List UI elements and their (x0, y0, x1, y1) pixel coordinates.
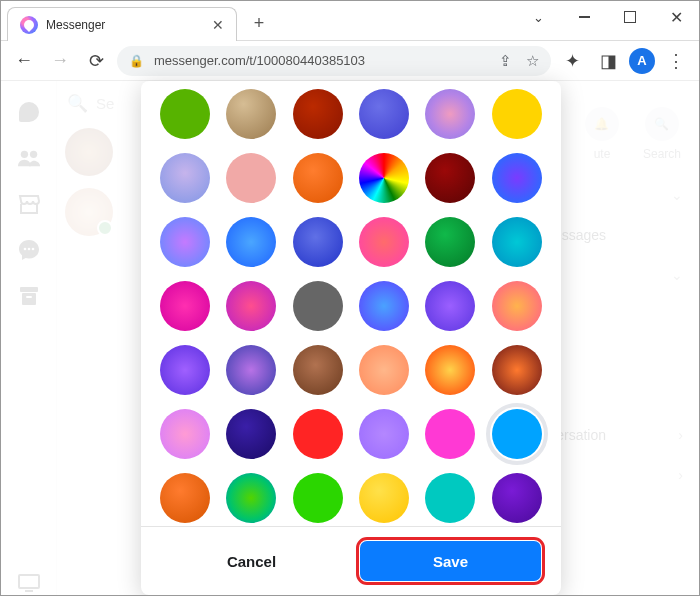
tab-title: Messenger (46, 18, 204, 32)
theme-swatch[interactable] (425, 473, 475, 523)
theme-swatch[interactable] (160, 409, 210, 459)
theme-swatch[interactable] (492, 153, 542, 203)
theme-swatch[interactable] (293, 89, 343, 139)
theme-swatch[interactable] (492, 473, 542, 523)
sidepanel-icon[interactable]: ◨ (593, 46, 623, 76)
theme-swatch[interactable] (293, 153, 343, 203)
theme-swatch[interactable] (359, 473, 409, 523)
window-controls: ⌄ ✕ (515, 1, 699, 33)
theme-swatch[interactable] (359, 409, 409, 459)
theme-swatch[interactable] (293, 281, 343, 331)
url-text: messenger.com/t/100080440385103 (154, 53, 365, 68)
close-tab-icon[interactable]: ✕ (212, 17, 224, 33)
tab-dropdown-icon[interactable]: ⌄ (515, 1, 561, 33)
extensions-icon[interactable]: ✦ (557, 46, 587, 76)
theme-swatch[interactable] (425, 345, 475, 395)
theme-swatch[interactable] (226, 345, 276, 395)
browser-toolbar: ← → ⟳ 🔒 messenger.com/t/100080440385103 … (1, 41, 699, 81)
reload-button[interactable]: ⟳ (81, 46, 111, 76)
theme-swatch[interactable] (293, 345, 343, 395)
theme-swatch[interactable] (359, 217, 409, 267)
cancel-button[interactable]: Cancel (161, 541, 342, 581)
theme-swatch[interactable] (226, 281, 276, 331)
theme-swatch[interactable] (160, 89, 210, 139)
window-maximize-button[interactable] (607, 1, 653, 33)
theme-swatch[interactable] (160, 217, 210, 267)
save-button[interactable]: Save (360, 541, 541, 581)
theme-swatch[interactable] (160, 345, 210, 395)
theme-grid (141, 81, 561, 526)
theme-swatch[interactable] (293, 409, 343, 459)
share-icon[interactable]: ⇪ (499, 52, 512, 70)
theme-swatch[interactable] (492, 345, 542, 395)
theme-swatch[interactable] (425, 153, 475, 203)
browser-titlebar: Messenger ✕ + ⌄ ✕ (1, 1, 699, 41)
theme-swatch[interactable] (359, 153, 409, 203)
theme-picker-modal: Cancel Save (141, 81, 561, 595)
messenger-favicon-icon (20, 16, 38, 34)
back-button[interactable]: ← (9, 46, 39, 76)
window-minimize-button[interactable] (561, 1, 607, 33)
browser-menu-icon[interactable]: ⋮ (661, 46, 691, 76)
theme-swatch[interactable] (425, 281, 475, 331)
app-area: 🔍 Se 🔔 ute 🔍 Search m ago⌄ ned messages … (1, 81, 699, 595)
theme-swatch[interactable] (226, 89, 276, 139)
theme-swatch[interactable] (359, 89, 409, 139)
profile-avatar[interactable]: A (629, 48, 655, 74)
theme-swatch[interactable] (226, 409, 276, 459)
theme-swatch[interactable] (226, 153, 276, 203)
theme-swatch[interactable] (293, 473, 343, 523)
theme-swatch[interactable] (160, 153, 210, 203)
forward-button[interactable]: → (45, 46, 75, 76)
theme-swatch[interactable] (160, 281, 210, 331)
theme-swatch[interactable] (359, 345, 409, 395)
theme-swatch[interactable] (160, 473, 210, 523)
theme-swatch[interactable] (226, 473, 276, 523)
browser-tab[interactable]: Messenger ✕ (7, 7, 237, 41)
theme-swatch[interactable] (425, 89, 475, 139)
theme-swatch[interactable] (226, 217, 276, 267)
theme-swatch[interactable] (492, 409, 542, 459)
theme-swatch[interactable] (492, 281, 542, 331)
theme-swatch[interactable] (492, 89, 542, 139)
modal-footer: Cancel Save (141, 526, 561, 595)
theme-swatch[interactable] (492, 217, 542, 267)
bookmark-icon[interactable]: ☆ (526, 52, 539, 70)
lock-icon: 🔒 (129, 54, 144, 68)
theme-swatch[interactable] (425, 409, 475, 459)
theme-swatch[interactable] (359, 281, 409, 331)
theme-swatch[interactable] (293, 217, 343, 267)
address-bar[interactable]: 🔒 messenger.com/t/100080440385103 ⇪ ☆ (117, 46, 551, 76)
window-close-button[interactable]: ✕ (653, 1, 699, 33)
theme-swatch[interactable] (425, 217, 475, 267)
new-tab-button[interactable]: + (245, 9, 273, 37)
